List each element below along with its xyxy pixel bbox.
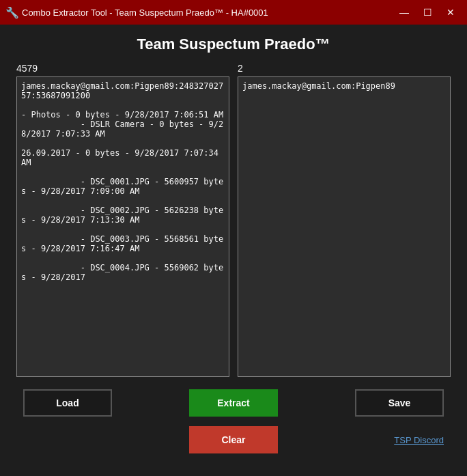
title-bar-text: Combo Extractor Tool - Team Suspectum Pr… xyxy=(22,8,268,18)
right-panel-container: 2 xyxy=(238,63,451,380)
extract-button[interactable]: Extract xyxy=(189,389,278,417)
right-panel-textarea[interactable] xyxy=(238,76,451,377)
title-bar: 🔧 Combo Extractor Tool - Team Suspectum … xyxy=(0,0,467,25)
discord-link[interactable]: TSP Discord xyxy=(394,435,444,445)
right-panel-count: 2 xyxy=(238,63,451,74)
close-button[interactable]: ✕ xyxy=(440,3,462,22)
title-bar-left: 🔧 Combo Extractor Tool - Team Suspectum … xyxy=(5,6,268,18)
app-title: Team Suspectum Praedo™ xyxy=(16,36,451,53)
title-bar-controls: — ☐ ✕ xyxy=(393,3,462,22)
action-buttons-row: Load Extract Save xyxy=(16,389,451,417)
panels-row: 4579 2 xyxy=(16,63,451,380)
save-button[interactable]: Save xyxy=(355,389,444,417)
minimize-button[interactable]: — xyxy=(393,3,415,22)
clear-row: Clear TSP Discord xyxy=(16,426,451,453)
main-content: Team Suspectum Praedo™ 4579 2 Load Extra… xyxy=(0,25,467,464)
app-icon: 🔧 xyxy=(5,6,18,18)
left-panel-textarea[interactable] xyxy=(16,76,229,377)
left-panel-container: 4579 xyxy=(16,63,229,380)
left-panel-count: 4579 xyxy=(16,63,229,74)
clear-button[interactable]: Clear xyxy=(189,426,278,453)
maximize-button[interactable]: ☐ xyxy=(416,3,438,22)
discord-area: TSP Discord xyxy=(355,434,444,446)
load-button[interactable]: Load xyxy=(23,389,112,417)
